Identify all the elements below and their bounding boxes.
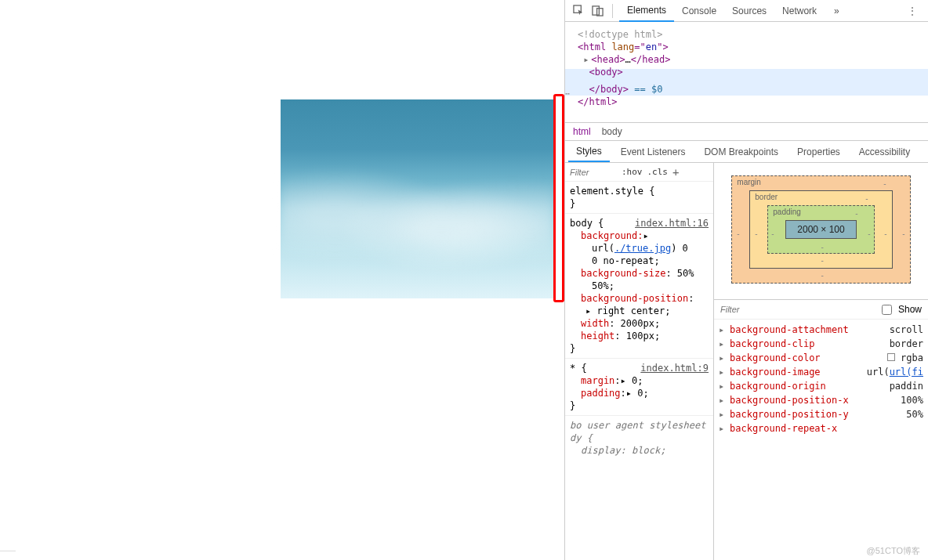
page-viewport: 贴着视口最右边，而不是画布最右边: [0, 0, 564, 560]
dom-body-open[interactable]: <body>: [578, 66, 920, 78]
box-content-size: 2000 × 100: [785, 220, 856, 239]
box-model[interactable]: margin - - - - border - - - - padding -: [714, 163, 928, 299]
dom-doctype[interactable]: <!doctype html>: [578, 28, 920, 41]
tab-dom-breakpoints[interactable]: DOM Breakpoints: [696, 141, 786, 162]
element-style-rule[interactable]: element.style {}: [570, 185, 709, 210]
tab-styles[interactable]: Styles: [568, 141, 610, 162]
computed-row[interactable]: ▸background-repeat-x: [719, 421, 923, 435]
computed-row[interactable]: ▸background-attachmentscroll: [719, 323, 923, 337]
gutter-ellipsis: ⋯: [565, 88, 570, 100]
cls-toggle[interactable]: .cls: [647, 167, 669, 177]
new-style-rule-icon[interactable]: +: [672, 166, 679, 179]
computed-row[interactable]: ▸background-position-y50%: [719, 407, 923, 421]
dom-html-open[interactable]: <html lang="en">: [578, 41, 920, 53]
breadcrumb-html[interactable]: html: [573, 126, 591, 137]
more-menu-icon[interactable]: ⋮: [901, 5, 923, 16]
dom-tree[interactable]: ⋯ <!doctype html> <html lang="en"> ▸<hea…: [565, 22, 928, 122]
dom-html-close[interactable]: </html>: [578, 96, 920, 108]
computed-pane: margin - - - - border - - - - padding -: [714, 163, 928, 560]
body-rule[interactable]: index.html:16 body { background:▸ url(./…: [570, 217, 709, 355]
toolbar-separator: [612, 4, 613, 18]
sidebar-tabs: Styles Event Listeners DOM Breakpoints P…: [565, 141, 928, 163]
universal-rule[interactable]: index.html:9 * { margin:▸ 0; padding:▸ 0…: [570, 362, 709, 412]
computed-row[interactable]: ▸background-clipborder: [719, 337, 923, 351]
tab-elements[interactable]: Elements: [619, 0, 674, 22]
computed-filter-input[interactable]: [720, 305, 875, 314]
tabs-overflow-button[interactable]: »: [829, 5, 844, 16]
main-tabs: Elements Console Sources Network: [619, 0, 825, 22]
inspect-element-icon[interactable]: [570, 2, 587, 20]
breadcrumb: html body: [565, 122, 928, 141]
tab-console[interactable]: Console: [674, 0, 724, 22]
computed-row[interactable]: ▸background-position-x100%: [719, 393, 923, 407]
tab-sources[interactable]: Sources: [724, 0, 774, 22]
computed-row[interactable]: ▸background-imageurl(url(fi: [719, 365, 923, 379]
box-padding-label: padding: [773, 208, 801, 216]
styles-pane: :hov .cls + element.style {} index.html:…: [565, 163, 714, 560]
css-rules[interactable]: element.style {} index.html:16 body { ba…: [565, 182, 713, 560]
color-swatch-icon[interactable]: [887, 353, 895, 361]
box-border-label: border: [755, 193, 778, 201]
computed-row[interactable]: ▸background-color rgba: [719, 351, 923, 365]
dom-head[interactable]: ▸<head>…</head>: [578, 53, 920, 66]
svg-rect-3: [592, 6, 598, 15]
dom-body-close[interactable]: </body> == $0: [578, 83, 920, 96]
tab-network[interactable]: Network: [774, 0, 825, 22]
annotation-highlight-box: [553, 94, 564, 302]
devtools-toolbar: Elements Console Sources Network » ⋮: [565, 0, 928, 22]
styles-filter-bar: :hov .cls +: [565, 163, 713, 182]
tab-accessibility[interactable]: Accessibility: [851, 141, 918, 162]
tab-event-listeners[interactable]: Event Listeners: [613, 141, 694, 162]
show-all-checkbox[interactable]: [882, 305, 892, 315]
devtools-panel: Elements Console Sources Network » ⋮ ⋯ <…: [564, 0, 928, 560]
computed-properties[interactable]: ▸background-attachmentscroll ▸background…: [714, 320, 928, 560]
source-link[interactable]: index.html:16: [635, 217, 709, 229]
styles-filter-input[interactable]: [570, 168, 617, 177]
box-margin-label: margin: [737, 178, 761, 186]
breadcrumb-body[interactable]: body: [602, 126, 622, 137]
device-toolbar-icon[interactable]: [589, 2, 606, 20]
hov-toggle[interactable]: :hov: [622, 167, 643, 177]
computed-filter-bar: Show: [714, 299, 928, 320]
styles-computed-split: :hov .cls + element.style {} index.html:…: [565, 163, 928, 560]
horizontal-scrollbar[interactable]: [0, 551, 16, 560]
computed-row[interactable]: ▸background-originpaddin: [719, 379, 923, 393]
page-body-background: [281, 99, 553, 298]
source-link[interactable]: index.html:9: [640, 362, 709, 374]
show-all-label: Show: [898, 304, 922, 315]
user-agent-rule-header: bo user agent stylesheet: [570, 419, 709, 432]
user-agent-rule[interactable]: dy { display: block;: [570, 432, 709, 457]
tab-properties[interactable]: Properties: [789, 141, 848, 162]
watermark: @51CTO博客: [867, 545, 920, 557]
